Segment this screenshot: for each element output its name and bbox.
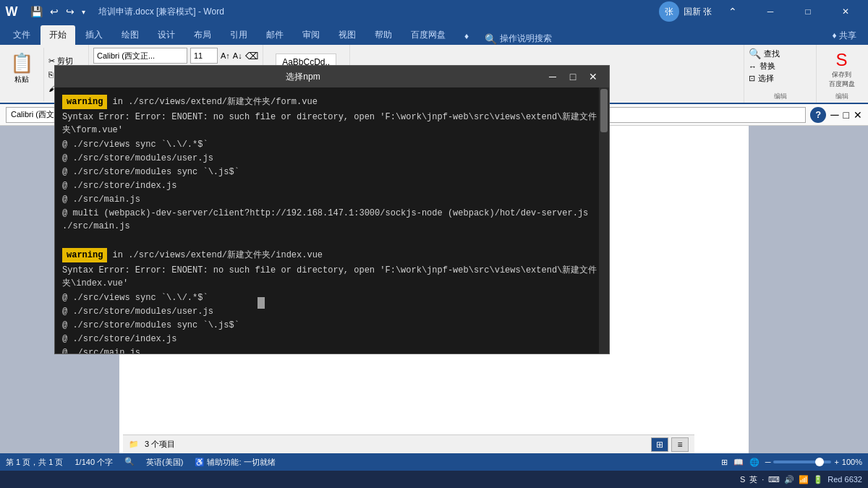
systray-time: Red 6632 — [827, 475, 862, 484]
detection-icon: 🔍 — [124, 457, 135, 468]
minimize-doc-btn[interactable]: ─ — [830, 108, 838, 121]
items-label: 3 个项目 — [145, 439, 175, 450]
terminal-titlebar: 选择npm ─ □ ✕ — [55, 66, 609, 87]
redo-btn[interactable]: ↪ — [64, 4, 76, 19]
close-doc-btn[interactable]: ✕ — [854, 109, 862, 121]
zoom-out-btn[interactable]: ─ — [765, 458, 771, 466]
accessibility-label: ♿ 辅助功能: 一切就绪 — [195, 457, 275, 468]
save-cloud-label: 保存到百度网盘 — [829, 70, 855, 89]
word-logo-icon: W — [6, 6, 17, 17]
tab-view[interactable]: 视图 — [330, 25, 365, 45]
help-icon[interactable]: ? — [810, 107, 826, 123]
tab-home[interactable]: 开始 — [41, 25, 75, 45]
ribbon-collapse-btn[interactable]: ⌃ — [716, 0, 749, 23]
tab-mail[interactable]: 邮件 — [258, 25, 292, 45]
error-line-2: Syntax Error: Error: ENOENT: no such fil… — [62, 264, 602, 290]
tab-layout[interactable]: 布局 — [185, 25, 220, 45]
info-line-9: @ ./src/store/modules sync `\.js$` — [62, 319, 602, 332]
systray-icon4: 🔋 — [813, 475, 823, 484]
tab-baidu[interactable]: 百度网盘 — [402, 25, 454, 45]
warning-text-2: in ./src/views/extend/新建文件夹/index.vue — [107, 250, 323, 260]
replace-btn[interactable]: ↔ 替换 — [749, 61, 775, 72]
zoom-thumb[interactable] — [815, 458, 824, 466]
word-count: 1/140 个字 — [75, 457, 113, 468]
warning-text-1: in ./src/views/extend/新建文件夹/form.vue — [107, 97, 317, 107]
font-size-selector[interactable]: 11 — [190, 48, 218, 64]
paste-icon: 📋 — [10, 52, 33, 74]
title-bar-left: W 💾 ↩ ↪ ▾ 培训申请.docx [兼容模式] - Word — [6, 4, 224, 19]
zoom-slider[interactable] — [773, 461, 831, 463]
find-btn[interactable]: 🔍 查找 — [749, 48, 780, 59]
username-label: 国新 张 — [684, 6, 712, 18]
systray-dot: · — [762, 475, 764, 484]
tab-review[interactable]: 审阅 — [294, 25, 328, 45]
title-bar: W 💾 ↩ ↪ ▾ 培训申请.docx [兼容模式] - Word 张 国新 张… — [0, 0, 868, 23]
info-line-7: @ ./src/views sync `\.\/.*$` — [62, 291, 602, 304]
search-icon: 🔍 — [749, 48, 761, 59]
info-line-3: @ ./src/store/modules sync `\.js$` — [62, 166, 602, 179]
warning-badge-1: warning — [62, 95, 107, 109]
warning-line-2: warning in ./src/views/extend/新建文件夹/inde… — [62, 248, 602, 262]
quick-access-toolbar: 💾 ↩ ↪ ▾ — [23, 4, 93, 19]
tab-insert[interactable]: 插入 — [77, 25, 111, 45]
info-line-6: @ multi (webpack)-dev-server/client?http… — [62, 207, 602, 233]
terminal-title: 选择npm — [62, 71, 544, 83]
terminal-close-btn[interactable]: ✕ — [584, 69, 602, 84]
terminal-controls: ─ □ ✕ — [544, 69, 602, 84]
terminal-maximize-btn[interactable]: □ — [564, 69, 582, 84]
font-family-selector[interactable]: Calibri (西文正... — [93, 48, 187, 64]
maximize-btn[interactable]: □ — [791, 0, 825, 23]
undo-btn[interactable]: ↩ — [48, 4, 60, 19]
terminal-body[interactable]: warning in ./src/views/extend/新建文件夹/form… — [55, 87, 609, 354]
minimize-btn[interactable]: ─ — [754, 0, 787, 23]
items-bar: 📁 3 个项目 ⊞ ≡ — [123, 435, 694, 453]
systray-icon3: 📶 — [799, 475, 809, 484]
page-info: 第 1 页，共 1 页 — [6, 457, 63, 468]
windows-taskbar: S 英 · ⌨ 🔊 📶 🔋 Red 6632 — [0, 471, 868, 488]
zoom-in-btn[interactable]: + — [834, 458, 838, 466]
replace-label: 替换 — [760, 61, 775, 72]
terminal-scroll-thumb[interactable] — [600, 89, 608, 132]
editing-group-label: 编辑 — [749, 92, 812, 101]
terminal-minimize-btn[interactable]: ─ — [544, 69, 561, 84]
close-btn[interactable]: ✕ — [829, 0, 862, 23]
systray-icon2: 🔊 — [784, 475, 794, 484]
title-bar-title: 培训申请.docx [兼容模式] - Word — [98, 6, 224, 18]
view-print-btn[interactable]: ⊞ — [721, 458, 728, 467]
view-web-btn[interactable]: 🌐 — [749, 458, 760, 467]
tab-diamond[interactable]: ♦ — [456, 27, 477, 45]
info-line-5: @ ./src/main.js — [62, 193, 602, 206]
info-line-1: @ ./src/views sync `\.\/.*$` — [62, 138, 602, 151]
decrease-font-btn[interactable]: A↓ — [233, 51, 242, 60]
grid-view-btn[interactable]: ⊞ — [651, 437, 668, 452]
save-group-label: 编辑 — [821, 92, 862, 101]
systray-lang: 英 — [749, 474, 757, 485]
view-reader-btn[interactable]: 📖 — [733, 458, 744, 467]
tab-design[interactable]: 设计 — [149, 25, 184, 45]
info-line-2: @ ./src/store/modules/user.js — [62, 152, 602, 165]
info-line-8: @ ./src/store/modules/user.js — [62, 305, 602, 318]
maximize-doc-btn[interactable]: □ — [843, 109, 849, 121]
customize-quick-btn[interactable]: ▾ — [80, 7, 87, 17]
select-btn[interactable]: ⊡ 选择 — [749, 73, 774, 84]
info-line-11: @ ./src/main.js — [62, 346, 602, 354]
language-indicator[interactable]: 英语(美国) — [146, 457, 183, 468]
increase-font-btn[interactable]: A↑ — [221, 51, 230, 60]
paste-button[interactable]: 📋 粘贴 — [6, 51, 38, 86]
status-right: ⊞ 📖 🌐 ─ + 100% — [721, 458, 862, 467]
terminal-window: 选择npm ─ □ ✕ warning in ./src/views/exten… — [54, 65, 610, 354]
share-btn[interactable]: ♦ 共享 — [825, 27, 864, 45]
search-operations[interactable]: 🔍 操作说明搜索 — [485, 33, 552, 45]
tab-draw[interactable]: 绘图 — [113, 25, 148, 45]
tab-references[interactable]: 引用 — [221, 25, 256, 45]
clear-format-btn[interactable]: ⌫ — [245, 51, 258, 61]
tab-file[interactable]: 文件 — [4, 25, 39, 45]
user-info: 张 国新 张 — [659, 1, 712, 22]
cursor — [258, 297, 265, 309]
list-view-btn[interactable]: ≡ — [671, 437, 689, 452]
tab-help[interactable]: 帮助 — [366, 25, 401, 45]
warning-line-1: warning in ./src/views/extend/新建文件夹/form… — [62, 95, 602, 109]
save-cloud-btn[interactable]: S 保存到百度网盘 — [829, 50, 855, 89]
save-quick-btn[interactable]: 💾 — [29, 4, 44, 19]
terminal-scrollbar[interactable] — [599, 87, 609, 354]
